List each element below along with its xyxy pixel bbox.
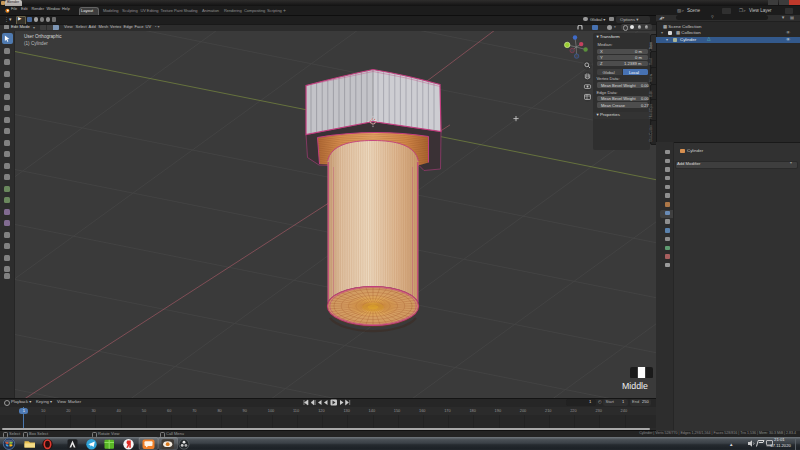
svg-text:▲: ▲ (729, 442, 733, 447)
